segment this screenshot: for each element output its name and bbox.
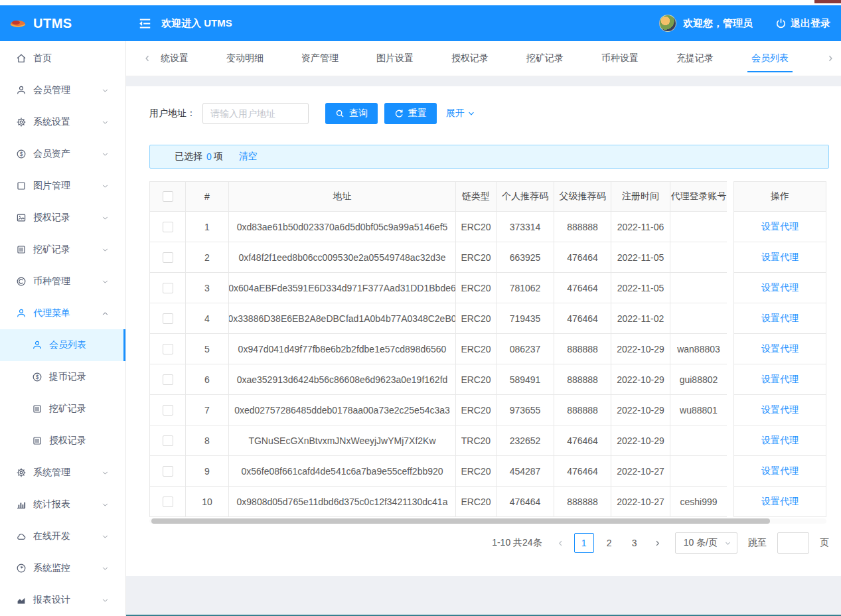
row-checkbox[interactable] — [163, 374, 173, 385]
reset-button[interactable]: 重置 — [384, 103, 437, 124]
sidebar-item-label: 代理菜单 — [33, 307, 70, 319]
tab-5[interactable]: 挖矿记录 — [526, 52, 564, 64]
sidebar-subitem-mining-records[interactable]: 挖矿记录 — [0, 393, 125, 425]
sidebar-item-home[interactable]: 首页 — [0, 42, 125, 74]
cell-index: 4 — [186, 303, 229, 334]
page-button-3[interactable]: 3 — [625, 533, 645, 553]
tab-8[interactable]: 会员列表 — [751, 52, 789, 64]
cell-reg-date: 2022-11-02 — [611, 303, 670, 334]
image-icon — [16, 212, 27, 223]
expand-toggle[interactable]: 展开 — [446, 108, 475, 119]
query-button[interactable]: 查询 — [325, 103, 378, 124]
sidebar-item-auth-records[interactable]: 授权记录 — [0, 202, 125, 234]
set-agent-link[interactable]: 设置代理 — [761, 221, 799, 233]
tab-4[interactable]: 授权记录 — [451, 52, 489, 64]
cell-agent-account — [670, 212, 727, 242]
sidebar-item-coin-management[interactable]: 币种管理 — [0, 266, 125, 297]
chevron-down-icon — [724, 540, 731, 547]
sidebar-item-system-management[interactable]: 系统管理 — [0, 457, 125, 489]
cell-agent-account — [670, 273, 727, 303]
list-icon — [32, 435, 42, 446]
sidebar-item-label: 统计报表 — [33, 499, 70, 510]
sidebar-item-system-monitor[interactable]: 系统监控 — [0, 552, 125, 584]
tabs-scroll-left-icon[interactable] — [143, 54, 151, 62]
menu-fold-icon[interactable] — [138, 17, 152, 30]
cell-reg-date: 2022-10-29 — [611, 425, 670, 456]
set-agent-link[interactable]: 设置代理 — [761, 435, 799, 447]
header-right: 欢迎您，管理员 退出登录 — [659, 15, 841, 32]
row-checkbox[interactable] — [163, 313, 173, 324]
sidebar-item-image-management[interactable]: 图片管理 — [0, 170, 125, 202]
search-icon — [335, 109, 344, 118]
tab-6[interactable]: 币种设置 — [601, 52, 639, 64]
set-agent-link[interactable]: 设置代理 — [761, 313, 799, 325]
sidebar-item-statistics-report[interactable]: 统计报表 — [0, 489, 125, 520]
cell-index: 10 — [186, 487, 229, 517]
chevron-down-icon — [101, 532, 110, 541]
page-size-select[interactable]: 10 条/页 — [675, 532, 737, 554]
sidebar-item-mining-records[interactable]: 挖矿记录 — [0, 234, 125, 266]
page-button-1[interactable]: 1 — [574, 533, 594, 553]
chart-bar-icon — [16, 499, 27, 510]
row-checkbox[interactable] — [163, 497, 173, 507]
set-agent-link[interactable]: 设置代理 — [761, 282, 799, 294]
header-left: 欢迎进入 UTMS — [138, 17, 232, 30]
cell-parent-code: 888888 — [554, 395, 611, 425]
user-icon — [16, 308, 27, 319]
sidebar-item-label: 授权记录 — [33, 212, 70, 224]
row-checkbox[interactable] — [163, 405, 173, 416]
table-row: 100x9808d05d765e11dbd6d375c0c12f3421130d… — [149, 487, 826, 517]
cell-personal-code: 232652 — [497, 425, 554, 456]
cell-checkbox — [149, 212, 186, 242]
fixed-column-gap — [727, 364, 733, 395]
set-agent-link[interactable]: 设置代理 — [761, 252, 799, 264]
tab-1[interactable]: 变动明细 — [226, 52, 264, 64]
clear-selection-link[interactable]: 清空 — [239, 151, 258, 163]
next-page-icon[interactable] — [650, 540, 666, 547]
gear-icon — [16, 467, 27, 478]
sidebar-subitem-auth-records[interactable]: 授权记录 — [0, 425, 125, 457]
sidebar-item-agent-menu[interactable]: 代理菜单 — [0, 297, 125, 329]
select-all-checkbox[interactable] — [163, 191, 173, 202]
tab-0[interactable]: 统设置 — [161, 52, 189, 64]
sidebar-item-online-dev[interactable]: 在线开发 — [0, 520, 125, 552]
browser-edge-strip — [0, 0, 841, 5]
jump-page-input[interactable] — [777, 532, 809, 554]
cell-reg-date: 2022-10-29 — [611, 395, 670, 425]
sidebar-item-report-design[interactable]: 报表设计 — [0, 584, 125, 616]
tab-2[interactable]: 资产管理 — [301, 52, 339, 64]
chart-area-icon — [16, 595, 27, 605]
fixed-column-gap — [727, 395, 733, 425]
cell-parent-code: 476464 — [554, 242, 611, 273]
cell-checkbox — [149, 303, 186, 334]
row-checkbox[interactable] — [163, 283, 173, 293]
set-agent-link[interactable]: 设置代理 — [761, 465, 799, 477]
page-button-2[interactable]: 2 — [599, 533, 619, 553]
sidebar-item-member-management[interactable]: 会员管理 — [0, 74, 125, 106]
set-agent-link[interactable]: 设置代理 — [761, 343, 799, 355]
prev-page-icon[interactable] — [553, 540, 569, 547]
set-agent-link[interactable]: 设置代理 — [761, 496, 799, 508]
sidebar-subitem-member-list[interactable]: 会员列表 — [0, 329, 125, 361]
cell-parent-code: 476464 — [554, 273, 611, 303]
set-agent-link[interactable]: 设置代理 — [761, 374, 799, 386]
sidebar-item-label: 授权记录 — [49, 435, 86, 447]
row-checkbox[interactable] — [163, 466, 173, 477]
sidebar-subitem-withdraw-records[interactable]: $提币记录 — [0, 361, 125, 393]
sidebar-item-member-assets[interactable]: $会员资产 — [0, 138, 125, 170]
row-checkbox[interactable] — [163, 252, 173, 263]
row-checkbox[interactable] — [163, 222, 173, 232]
cell-chain-type: ERC20 — [456, 303, 497, 334]
scrollbar-thumb[interactable] — [151, 518, 770, 524]
cell-reg-date: 2022-11-05 — [611, 273, 670, 303]
user-address-input[interactable] — [202, 103, 309, 124]
tab-3[interactable]: 图片设置 — [376, 52, 414, 64]
tab-7[interactable]: 充提记录 — [676, 52, 714, 64]
row-checkbox[interactable] — [163, 435, 173, 446]
logout-button[interactable]: 退出登录 — [775, 17, 830, 30]
set-agent-link[interactable]: 设置代理 — [761, 404, 799, 416]
tabs-scroll-right-icon[interactable] — [826, 54, 834, 62]
row-checkbox[interactable] — [163, 344, 173, 354]
cell-index: 1 — [186, 212, 229, 242]
sidebar-item-system-settings[interactable]: 系统设置 — [0, 106, 125, 138]
